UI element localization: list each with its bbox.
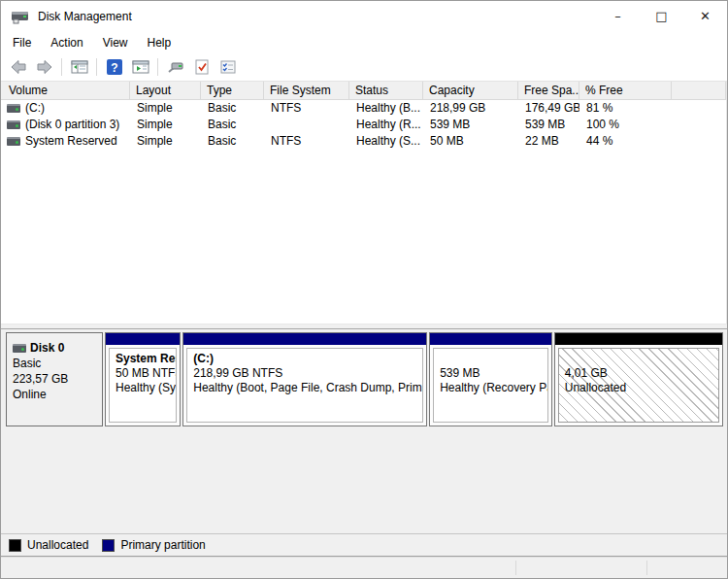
- properties-list-icon[interactable]: [215, 55, 240, 79]
- statusbar-separator: [646, 561, 647, 575]
- volume-capacity: 218,99 GB: [423, 100, 518, 117]
- partition-status: Healthy (Sys: [116, 381, 171, 395]
- volume-layout: Simple: [130, 133, 201, 150]
- column-header-pct-free[interactable]: % Free: [579, 82, 672, 100]
- legend-label: Unallocated: [27, 538, 88, 552]
- column-header-volume[interactable]: Volume: [1, 82, 130, 100]
- partition-size: 50 MB NTFS: [116, 366, 171, 381]
- partition-color-bar: [183, 333, 426, 345]
- volume-disk-icon: [7, 120, 20, 129]
- volume-free-space: 176,49 GB: [518, 100, 579, 117]
- menu-bar: File Action View Help: [1, 31, 727, 53]
- action-pane-icon[interactable]: [128, 55, 152, 79]
- minimize-button[interactable]: –: [596, 1, 640, 31]
- graphical-view-panel: Disk 0 Basic 223,57 GB Online System Res…: [1, 329, 727, 533]
- volume-status: Healthy (R...: [349, 117, 423, 133]
- disk-management-window: Disk Management – □ ✕ File Action View H…: [0, 0, 728, 579]
- volume-disk-icon: [7, 137, 20, 146]
- disk0-label[interactable]: Disk 0 Basic 223,57 GB Online: [6, 332, 103, 426]
- forward-icon[interactable]: [32, 55, 56, 79]
- disk-type: Basic: [13, 356, 96, 371]
- maximize-button[interactable]: □: [640, 1, 683, 31]
- column-header-layout[interactable]: Layout: [130, 82, 201, 100]
- menu-action[interactable]: Action: [41, 33, 92, 52]
- partition-status: Healthy (Recovery Par: [440, 381, 543, 395]
- window-title: Disk Management: [38, 10, 132, 23]
- toolbar: ?: [1, 53, 727, 82]
- partition-unallocated[interactable]: 4,01 GB Unallocated: [554, 332, 723, 426]
- title-bar: Disk Management – □ ✕: [1, 1, 727, 31]
- partition-size: 4,01 GB: [565, 366, 713, 381]
- check-document-icon[interactable]: [189, 55, 214, 79]
- volume-name: System Reserved: [25, 133, 117, 150]
- unallocated-swatch: [9, 539, 21, 552]
- partition-recovery[interactable]: 539 MB Healthy (Recovery Par: [429, 332, 552, 426]
- volume-pct-free: 81 %: [579, 100, 672, 117]
- volume-row-partition3[interactable]: (Disk 0 partition 3) Simple Basic Health…: [1, 117, 726, 133]
- partition-color-bar: [106, 333, 180, 345]
- legend-unallocated: Unallocated: [9, 538, 88, 552]
- toolbar-separator: [96, 58, 97, 76]
- volume-list-panel: Volume Layout Type File System Status Ca…: [1, 82, 727, 324]
- volume-list-header: Volume Layout Type File System Status Ca…: [1, 82, 726, 100]
- volume-file-system: NTFS: [264, 100, 349, 117]
- toolbar-separator: [61, 58, 62, 76]
- volume-layout: Simple: [130, 117, 201, 133]
- volume-pct-free: 44 %: [579, 133, 672, 150]
- volume-free-space: 22 MB: [518, 133, 579, 150]
- volume-type: Basic: [201, 100, 264, 117]
- legend-primary-partition: Primary partition: [102, 538, 205, 552]
- partition-status: Unallocated: [565, 381, 713, 395]
- rescan-disks-icon[interactable]: [163, 55, 187, 79]
- column-header-file-system[interactable]: File System: [264, 82, 349, 100]
- primary-partition-swatch: [102, 539, 115, 552]
- column-header-free-space[interactable]: Free Spa...: [518, 82, 579, 100]
- volume-status: Healthy (B...: [349, 100, 423, 117]
- column-header-filler: [672, 82, 726, 100]
- partition-color-bar: [430, 333, 551, 345]
- statusbar-separator: [515, 561, 516, 575]
- disk-name: Disk 0: [30, 340, 64, 356]
- volume-capacity: 50 MB: [423, 133, 518, 150]
- column-header-capacity[interactable]: Capacity: [423, 82, 518, 100]
- disk-icon: [13, 344, 26, 353]
- partition-system-reserved[interactable]: System Res 50 MB NTFS Healthy (Sys: [105, 332, 181, 426]
- status-bar: [1, 557, 727, 578]
- toolbar-separator: [157, 58, 158, 76]
- volume-name: (Disk 0 partition 3): [25, 117, 119, 133]
- partition-size: 218,99 GB NTFS: [193, 366, 417, 381]
- partitions-strip: System Res 50 MB NTFS Healthy (Sys (C:) …: [105, 332, 723, 426]
- disk-size: 223,57 GB: [13, 371, 96, 387]
- partition-title: System Res: [116, 352, 171, 366]
- partition-c-drive[interactable]: (C:) 218,99 GB NTFS Healthy (Boot, Page …: [182, 332, 427, 426]
- svg-text:?: ?: [111, 61, 117, 75]
- volume-file-system: NTFS: [264, 133, 349, 150]
- volume-status: Healthy (S...: [349, 133, 423, 150]
- volume-pct-free: 100 %: [579, 117, 672, 133]
- column-header-status[interactable]: Status: [349, 82, 423, 100]
- menu-view[interactable]: View: [93, 33, 138, 52]
- volume-capacity: 539 MB: [423, 117, 518, 133]
- partition-color-bar: [555, 333, 722, 345]
- menu-help[interactable]: Help: [138, 33, 182, 52]
- volume-name: (C:): [25, 100, 45, 117]
- legend-label: Primary partition: [120, 538, 205, 552]
- menu-file[interactable]: File: [3, 33, 41, 52]
- disk0-row: Disk 0 Basic 223,57 GB Online System Res…: [6, 332, 723, 426]
- partition-status: Healthy (Boot, Page File, Crash Dump, Pr…: [193, 381, 417, 395]
- volume-type: Basic: [201, 117, 264, 133]
- app-disk-icon: [11, 9, 30, 24]
- volume-disk-icon: [7, 104, 20, 113]
- console-tree-icon[interactable]: [67, 55, 91, 79]
- volume-layout: Simple: [130, 100, 201, 117]
- partition-title: (C:): [193, 352, 417, 366]
- legend-bar: Unallocated Primary partition: [1, 533, 727, 557]
- disk-status: Online: [13, 387, 96, 402]
- volume-row-system-reserved[interactable]: System Reserved Simple Basic NTFS Health…: [1, 133, 726, 150]
- volume-row-c[interactable]: (C:) Simple Basic NTFS Healthy (B... 218…: [1, 100, 726, 117]
- back-icon[interactable]: [6, 55, 30, 79]
- volume-free-space: 539 MB: [518, 117, 579, 133]
- close-button[interactable]: ✕: [683, 1, 727, 31]
- help-icon[interactable]: ?: [102, 55, 126, 79]
- column-header-type[interactable]: Type: [201, 82, 264, 100]
